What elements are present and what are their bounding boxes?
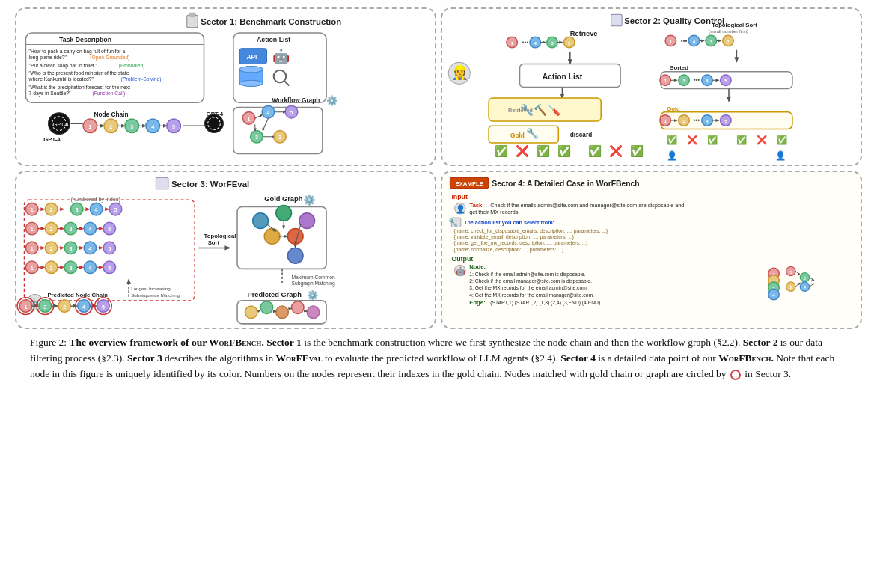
svg-text:3: 3 — [69, 265, 72, 272]
svg-text:❌: ❌ — [687, 135, 698, 145]
caption-text-3: describes the algorithms in — [165, 352, 275, 364]
sector4-svg: EXAMPLE Sector 4: A Detailed Case in Wor… — [442, 172, 861, 328]
svg-line-311 — [810, 278, 814, 281]
circle-indicator — [730, 370, 741, 380]
svg-text:🤖: 🤖 — [456, 266, 465, 276]
svg-text:1: 1 — [789, 270, 792, 275]
caption-text-7: in Sector 3. — [745, 368, 791, 379]
svg-text:❌: ❌ — [516, 144, 530, 158]
svg-text:Edge:: Edge: — [469, 299, 486, 306]
svg-text:Sector 3: WorFEval: Sector 3: WorFEval — [171, 180, 249, 189]
svg-text:4: 4 — [151, 123, 154, 130]
svg-text:2: 2 — [682, 118, 685, 123]
svg-text:👷: 👷 — [451, 64, 469, 81]
svg-text:5: 5 — [290, 109, 293, 116]
page-container: Sector 1: Benchmark Construction Task De… — [0, 0, 877, 588]
svg-text:Longest Increasing: Longest Increasing — [131, 286, 171, 291]
svg-text:1: 1 — [664, 78, 667, 83]
svg-text:✅: ✅ — [777, 135, 788, 145]
svg-text:⚙️: ⚙️ — [326, 95, 338, 107]
svg-text:•••: ••• — [522, 40, 529, 46]
svg-point-155 — [276, 306, 289, 319]
svg-point-153 — [245, 306, 257, 319]
svg-text:4: 4 — [88, 226, 91, 233]
svg-text:4: 4 — [772, 293, 775, 298]
svg-text:{name: normalize, description:: {name: normalize, description: ..., para… — [454, 247, 565, 253]
svg-text:Action List: Action List — [543, 73, 583, 81]
svg-point-24 — [239, 80, 263, 86]
svg-line-314 — [810, 284, 814, 287]
svg-point-141 — [287, 248, 303, 263]
svg-text:EXAMPLE: EXAMPLE — [455, 180, 483, 187]
svg-text:4: 4 — [95, 206, 98, 213]
caption-sector1: Sector 1 — [266, 337, 302, 348]
svg-text:1: 1 — [88, 123, 91, 130]
caption-text-4: to evaluate the predicted workflow of LL… — [325, 352, 560, 364]
svg-text:1: Check if the email admin@si: 1: Check if the email admin@site.com is … — [469, 272, 586, 278]
svg-text:3: 3 — [551, 40, 554, 46]
caption-text: Figure 2: The overview framework of our … — [30, 335, 847, 382]
svg-text:4: 4 — [88, 245, 91, 252]
svg-text:✅: ✅ — [588, 144, 602, 158]
svg-text:Gold: Gold — [667, 105, 680, 112]
sector-2: Sector 2: Quality Control 👷 Retrieve 1 •… — [441, 7, 862, 166]
svg-text:Gold: Gold — [510, 132, 525, 139]
svg-text:GPT-4: GPT-4 — [43, 136, 61, 143]
svg-text:(Problem-Solving): (Problem-Solving) — [121, 76, 162, 82]
svg-text:Input: Input — [451, 193, 468, 200]
svg-text:5: 5 — [108, 245, 111, 252]
svg-text:❌: ❌ — [757, 135, 768, 145]
sector-3: Sector 3: WorFEval (numbered by index) 1 — [15, 171, 436, 329]
svg-text:3: Get the MX records for the : 3: Get the MX records for the email admi… — [469, 285, 588, 290]
svg-text:Predicted Node Chain: Predicted Node Chain — [47, 292, 108, 298]
svg-text:5: 5 — [724, 118, 727, 123]
caption-sector2: Sector 2 — [743, 337, 778, 348]
sector-4: EXAMPLE Sector 4: A Detailed Case in Wor… — [441, 171, 862, 329]
svg-text:1: 1 — [31, 265, 34, 272]
svg-text:Check if the emails admin@site: Check if the emails admin@site.com and m… — [490, 202, 684, 209]
svg-text:4: 4 — [88, 265, 91, 272]
svg-text:Node:: Node: — [469, 263, 486, 270]
svg-point-136 — [253, 213, 269, 229]
svg-text:3: 3 — [69, 226, 72, 233]
svg-text:✅: ✅ — [630, 144, 644, 158]
svg-text:"Who is the present food minis: "Who is the present food minister of the… — [29, 70, 129, 76]
svg-text:Action List: Action List — [257, 36, 290, 43]
svg-text:2: 2 — [278, 134, 281, 141]
svg-text:•••: ••• — [681, 38, 688, 45]
svg-text:5: 5 — [172, 123, 175, 130]
svg-text:5: 5 — [108, 226, 111, 233]
svg-rect-0 — [187, 15, 198, 28]
svg-text:discard: discard — [570, 132, 592, 138]
svg-point-23 — [239, 67, 263, 73]
svg-text:2: 2 — [50, 206, 53, 213]
svg-text:1: 1 — [31, 245, 34, 252]
sector1-svg: Sector 1: Benchmark Construction Task De… — [16, 9, 435, 165]
svg-text:{name: check_for_disposable_em: {name: check_for_disposable_emails, desc… — [454, 228, 609, 234]
svg-text:7 days in Seattle?": 7 days in Seattle?" — [29, 91, 71, 97]
svg-text:3: 3 — [69, 245, 72, 252]
svg-text:✅: ✅ — [707, 135, 718, 145]
svg-line-308 — [795, 283, 800, 287]
svg-text:2: 2 — [63, 304, 66, 310]
svg-text:5: 5 — [114, 206, 117, 213]
svg-text:3: 3 — [43, 304, 46, 310]
svg-text:2: 2 — [50, 245, 53, 252]
svg-text:1: 1 — [664, 118, 667, 123]
svg-text:2: Check if the email manager@: 2: Check if the email manager@site.com i… — [469, 278, 592, 284]
svg-point-137 — [276, 205, 292, 221]
caption-bold-1: The overview framework of our WorFBench. — [70, 337, 264, 348]
svg-text:"What is the precipitation for: "What is the precipitation forecast for … — [29, 85, 130, 91]
svg-text:2: 2 — [789, 285, 792, 290]
caption-area: Figure 2: The overview framework of our … — [15, 329, 862, 382]
svg-text:2: 2 — [568, 40, 571, 46]
svg-text:4: 4 — [693, 39, 696, 44]
svg-text:1: 1 — [31, 226, 34, 233]
svg-text:3: 3 — [682, 78, 685, 83]
svg-text:4: 4 — [534, 40, 537, 46]
svg-text:👤: 👤 — [456, 204, 465, 214]
svg-text:{name: get_the_mx_records, des: {name: get_the_mx_records, description: … — [454, 240, 589, 246]
svg-line-305 — [795, 271, 800, 275]
svg-text:Task:: Task: — [469, 202, 484, 209]
svg-text:Maximum Common: Maximum Common — [291, 275, 335, 280]
